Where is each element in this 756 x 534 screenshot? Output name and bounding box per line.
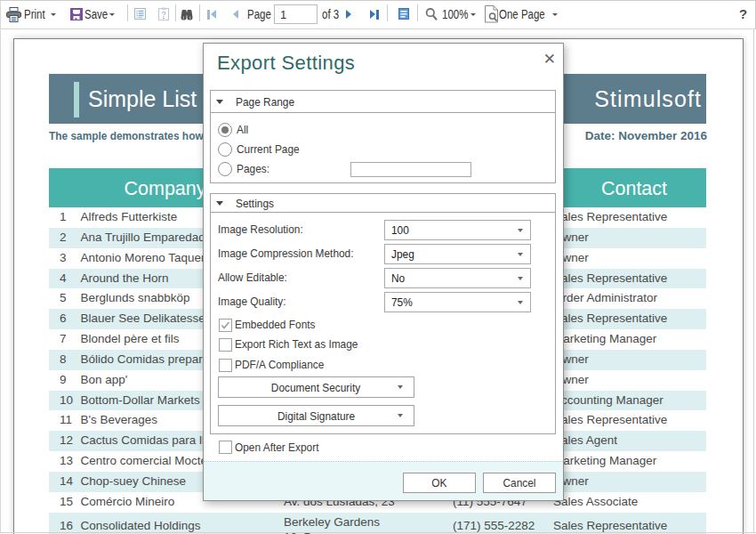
svg-text:?: ? xyxy=(161,9,165,19)
